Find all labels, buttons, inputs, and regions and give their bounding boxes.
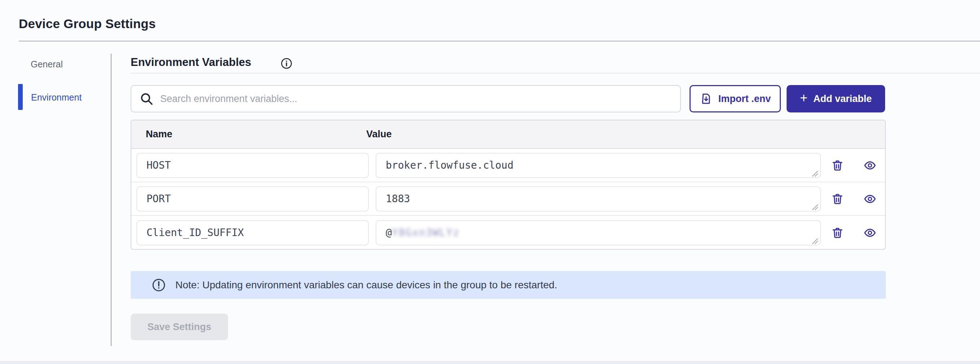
redacted-value-text: Y8Gxn3WLYz <box>392 227 460 239</box>
heading-divider <box>130 73 980 73</box>
table-row: Client_ID_SUFFIX @ Y8Gxn3WLYz <box>131 216 885 249</box>
search-box <box>130 85 681 112</box>
search-icon <box>139 92 154 106</box>
add-variable-label: Add variable <box>813 93 872 104</box>
table-row: HOST broker.flowfuse.cloud <box>131 149 885 182</box>
import-file-icon <box>700 92 713 105</box>
save-settings-button[interactable]: Save Settings <box>130 313 228 340</box>
env-value-text: 1883 <box>386 193 410 205</box>
alert-icon <box>151 278 166 292</box>
delete-variable-button[interactable] <box>831 159 844 172</box>
table-row: PORT 1883 <box>131 182 885 216</box>
table-header: Name Value <box>131 120 885 149</box>
sidebar-item-general[interactable]: General <box>31 59 63 70</box>
env-value-input[interactable]: @ Y8Gxn3WLYz <box>375 220 821 245</box>
env-name-input[interactable]: HOST <box>137 153 369 178</box>
page-title: Device Group Settings <box>19 17 156 31</box>
section-heading: Environment Variables <box>130 56 251 69</box>
note-text: Note: Updating environment variables can… <box>175 279 557 291</box>
trash-icon <box>831 226 844 239</box>
delete-variable-button[interactable] <box>831 226 844 239</box>
column-header-value: Value <box>366 129 392 140</box>
resize-handle[interactable] <box>810 201 818 209</box>
env-name-input[interactable]: Client_ID_SUFFIX <box>137 220 369 245</box>
env-value-input[interactable]: 1883 <box>375 186 821 212</box>
import-env-button[interactable]: Import .env <box>689 85 781 112</box>
resize-handle[interactable] <box>810 168 818 176</box>
note-banner: Note: Updating environment variables can… <box>130 271 886 299</box>
eye-icon <box>864 159 877 172</box>
row-actions <box>821 216 886 249</box>
info-icon[interactable] <box>280 57 293 70</box>
sidebar-divider <box>111 54 111 346</box>
import-env-label: Import .env <box>718 93 771 104</box>
env-value-input[interactable]: broker.flowfuse.cloud <box>375 153 821 178</box>
env-value-text: @ <box>386 227 392 239</box>
row-actions <box>821 182 886 215</box>
toggle-visibility-button[interactable] <box>864 193 877 206</box>
eye-icon <box>864 193 877 206</box>
eye-icon <box>864 226 877 239</box>
add-variable-button[interactable]: + Add variable <box>787 85 885 112</box>
plus-icon: + <box>800 92 808 104</box>
search-input[interactable] <box>160 93 672 104</box>
column-header-name: Name <box>131 129 366 140</box>
delete-variable-button[interactable] <box>831 193 844 206</box>
env-value-text: broker.flowfuse.cloud <box>386 159 514 171</box>
title-divider <box>19 41 980 41</box>
sidebar-item-environment[interactable]: Environment <box>31 92 81 103</box>
active-tab-indicator <box>18 84 23 110</box>
trash-icon <box>831 193 844 206</box>
trash-icon <box>831 159 844 172</box>
toggle-visibility-button[interactable] <box>864 159 877 172</box>
bottom-strip <box>0 361 980 364</box>
row-actions <box>821 149 886 182</box>
env-name-input[interactable]: PORT <box>137 186 369 212</box>
env-variables-table: Name Value HOST broker.flowfuse.cloud <box>130 120 886 250</box>
resize-handle[interactable] <box>810 235 818 243</box>
toggle-visibility-button[interactable] <box>864 226 877 239</box>
